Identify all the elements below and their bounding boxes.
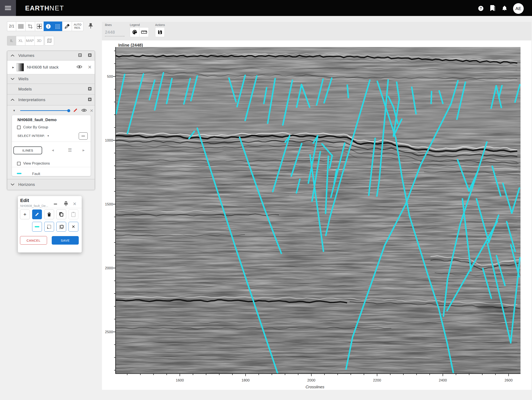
svg-text:1000: 1000 [105,138,113,142]
svg-text:2500: 2500 [105,330,113,334]
svg-text:?: ? [480,6,482,10]
svg-text:1800: 1800 [241,378,250,382]
svg-text:2400: 2400 [439,378,447,382]
svg-text:Crosslines: Crosslines [306,385,324,389]
svg-text:1600: 1600 [176,378,184,382]
svg-text:2600: 2600 [505,378,513,382]
svg-text:Inline (2448): Inline (2448) [118,43,143,47]
svg-text:1500: 1500 [105,202,113,206]
svg-text:2000: 2000 [105,266,113,270]
svg-text:500: 500 [107,75,113,79]
svg-text:2200: 2200 [373,378,381,382]
svg-text:2000: 2000 [307,378,315,382]
